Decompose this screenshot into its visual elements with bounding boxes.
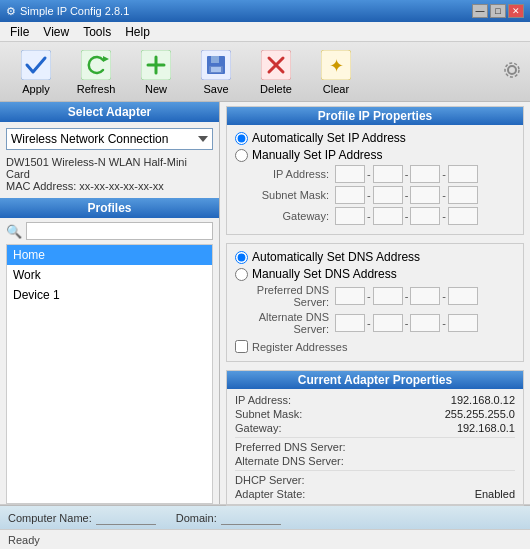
menu-view[interactable]: View [37, 23, 75, 41]
divider1 [235, 437, 515, 438]
pdns-seg1[interactable] [335, 287, 365, 305]
auto-ip-label: Automatically Set IP Address [252, 131, 406, 145]
menu-file[interactable]: File [4, 23, 35, 41]
new-button[interactable]: New [128, 46, 184, 98]
ip-seg3[interactable] [410, 165, 440, 183]
adns-seg4[interactable] [448, 314, 478, 332]
current-state-row: Adapter State: Enabled [235, 487, 515, 501]
subnet-row: Subnet Mask: - - - [235, 186, 515, 204]
app-icon: ⚙ [6, 5, 16, 18]
adns-seg3[interactable] [410, 314, 440, 332]
domain-field: Domain: [176, 511, 281, 525]
bottom-bar: Computer Name: Domain: [0, 505, 530, 529]
current-subnet-value: 255.255.255.0 [445, 408, 515, 420]
apply-label: Apply [22, 83, 50, 95]
status-text: Ready [8, 534, 40, 546]
gateway-inputs: - - - [335, 207, 478, 225]
ip-seg4[interactable] [448, 165, 478, 183]
register-addresses-checkbox[interactable] [235, 340, 248, 353]
domain-value [221, 511, 281, 525]
window-controls[interactable]: — □ ✕ [472, 4, 524, 18]
profile-ip-section: Profile IP Properties Automatically Set … [226, 106, 524, 235]
gw-seg2[interactable] [373, 207, 403, 225]
adns-seg2[interactable] [373, 314, 403, 332]
delete-button[interactable]: Delete [248, 46, 304, 98]
ip-seg1[interactable] [335, 165, 365, 183]
pdns-seg2[interactable] [373, 287, 403, 305]
manual-dns-radio[interactable] [235, 268, 248, 281]
current-dhcp-row: DHCP Server: [235, 473, 515, 487]
pdns-seg3[interactable] [410, 287, 440, 305]
ip-address-inputs: - - - [335, 165, 478, 183]
subnet-label: Subnet Mask: [235, 189, 335, 201]
current-gateway-row: Gateway: 192.168.0.1 [235, 421, 515, 435]
adapter-info: DW1501 Wireless-N WLAN Half-Mini Card MA… [0, 156, 219, 198]
save-icon [200, 49, 232, 81]
apply-button[interactable]: Apply [8, 46, 64, 98]
adapter-dropdown[interactable]: Wireless Network Connection Local Area C… [6, 128, 213, 150]
profile-item-work[interactable]: Work [7, 265, 212, 285]
gateway-label: Gateway: [235, 210, 335, 222]
apply-icon [20, 49, 52, 81]
save-button[interactable]: Save [188, 46, 244, 98]
current-alt-dns-label: Alternate DNS Server: [235, 455, 344, 467]
new-label: New [145, 83, 167, 95]
profile-item-home[interactable]: Home [7, 245, 212, 265]
search-input[interactable] [26, 222, 213, 240]
clear-button[interactable]: ✦ Clear [308, 46, 364, 98]
adns-seg1[interactable] [335, 314, 365, 332]
ip-address-row: IP Address: - - - [235, 165, 515, 183]
current-ip-row: IP Address: 192.168.0.12 [235, 393, 515, 407]
manual-ip-label: Manually Set IP Address [252, 148, 383, 162]
gw-seg3[interactable] [410, 207, 440, 225]
current-subnet-label: Subnet Mask: [235, 408, 302, 420]
refresh-label: Refresh [77, 83, 116, 95]
manual-dns-label: Manually Set DNS Address [252, 267, 397, 281]
computer-name-label: Computer Name: [8, 512, 92, 524]
auto-dns-radio[interactable] [235, 251, 248, 264]
current-pref-dns-label: Preferred DNS Server: [235, 441, 346, 453]
pref-dns-label: Preferred DNS Server: [235, 284, 335, 308]
menu-help[interactable]: Help [119, 23, 156, 41]
ip-seg2[interactable] [373, 165, 403, 183]
maximize-button[interactable]: □ [490, 4, 506, 18]
current-gateway-label: Gateway: [235, 422, 281, 434]
manual-ip-radio[interactable] [235, 149, 248, 162]
left-panel: Select Adapter Wireless Network Connecti… [0, 102, 220, 504]
pref-dns-row: Preferred DNS Server: - - - [235, 284, 515, 308]
gw-seg1[interactable] [335, 207, 365, 225]
search-area: 🔍 [0, 218, 219, 244]
current-adapter-body: IP Address: 192.168.0.12 Subnet Mask: 25… [227, 389, 523, 505]
sub-seg1[interactable] [335, 186, 365, 204]
close-button[interactable]: ✕ [508, 4, 524, 18]
sub-seg3[interactable] [410, 186, 440, 204]
profile-item-device1[interactable]: Device 1 [7, 285, 212, 305]
computer-name-value [96, 511, 156, 525]
clear-label: Clear [323, 83, 349, 95]
current-ip-label: IP Address: [235, 394, 291, 406]
current-ip-value: 192.168.0.12 [451, 394, 515, 406]
auto-dns-label: Automatically Set DNS Address [252, 250, 420, 264]
divider2 [235, 470, 515, 471]
adapter-info-line1: DW1501 Wireless-N WLAN Half-Mini Card [6, 156, 213, 180]
profiles-header: Profiles [0, 198, 219, 218]
minimize-button[interactable]: — [472, 4, 488, 18]
sub-seg4[interactable] [448, 186, 478, 204]
gear-icon[interactable] [502, 60, 522, 80]
gw-seg4[interactable] [448, 207, 478, 225]
svg-rect-1 [81, 50, 111, 80]
pdns-seg4[interactable] [448, 287, 478, 305]
dns-section: Automatically Set DNS Address Manually S… [226, 243, 524, 362]
auto-ip-radio[interactable] [235, 132, 248, 145]
current-gateway-value: 192.168.0.1 [457, 422, 515, 434]
current-dhcp-label: DHCP Server: [235, 474, 304, 486]
svg-text:✦: ✦ [329, 56, 344, 76]
refresh-button[interactable]: Refresh [68, 46, 124, 98]
menu-bar: File View Tools Help [0, 22, 530, 42]
svg-rect-8 [211, 56, 219, 63]
menu-tools[interactable]: Tools [77, 23, 117, 41]
adapter-dropdown-area: Wireless Network Connection Local Area C… [0, 122, 219, 156]
pref-dns-inputs: - - - [335, 287, 478, 305]
delete-icon [260, 49, 292, 81]
sub-seg2[interactable] [373, 186, 403, 204]
